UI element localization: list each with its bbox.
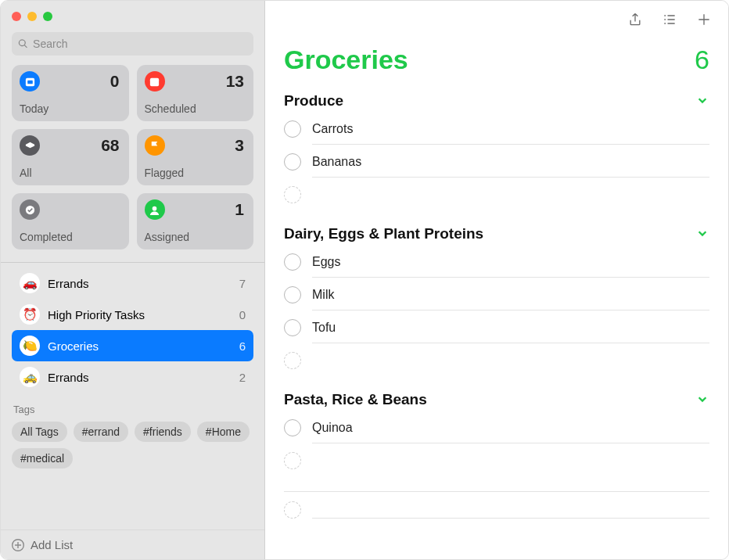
today-icon	[20, 71, 40, 92]
tags-container: All Tags#errand#friends#Home#medical	[12, 422, 253, 468]
smart-list-label: All	[20, 167, 120, 179]
reminder-title[interactable]: Quinoa	[312, 421, 709, 435]
new-reminder-circle-icon[interactable]	[284, 186, 301, 203]
reminder-complete-circle[interactable]	[284, 253, 301, 271]
new-reminder-row[interactable]	[284, 491, 709, 528]
svg-rect-1	[27, 80, 33, 84]
toolbar	[265, 1, 728, 38]
reminder-row[interactable]: Carrots	[284, 113, 709, 145]
tag-friends[interactable]: #friends	[135, 422, 191, 442]
tag-alltags[interactable]: All Tags	[12, 422, 67, 442]
list-count: 7	[239, 277, 246, 290]
smart-list-label: Assigned	[145, 231, 245, 243]
new-reminder-circle-icon[interactable]	[284, 501, 301, 519]
smart-list-label: Flagged	[145, 167, 245, 179]
flagged-icon	[145, 135, 165, 156]
section-0: ProduceCarrotsBananas	[284, 92, 709, 211]
list-icon: ⏰	[20, 304, 40, 325]
reminder-title[interactable]: Milk	[312, 288, 709, 302]
plus-circle-icon	[12, 539, 24, 551]
reminder-row[interactable]: Milk	[284, 278, 709, 311]
reminder-complete-circle[interactable]	[284, 419, 301, 436]
reminder-complete-circle[interactable]	[284, 319, 301, 336]
list-name: Groceries	[48, 339, 232, 353]
view-options-button[interactable]	[661, 11, 678, 28]
list-icon: 🚗	[20, 273, 40, 293]
plus-icon	[696, 12, 712, 27]
smart-lists-grid: 0Today13Scheduled68All3FlaggedCompleted1…	[12, 65, 253, 249]
sidebar-list-groceries-2[interactable]: 🍋Groceries6	[12, 330, 253, 361]
new-reminder-circle-icon[interactable]	[284, 352, 301, 369]
svg-rect-2	[150, 77, 159, 85]
section-title: Dairy, Eggs & Plant Proteins	[284, 225, 483, 242]
close-button[interactable]	[12, 12, 21, 21]
reminder-title[interactable]: Tofu	[312, 321, 709, 335]
smart-list-all[interactable]: 68All	[12, 129, 129, 185]
new-reminder-in-section[interactable]	[284, 444, 709, 477]
smart-list-count: 0	[110, 72, 120, 91]
new-reminder-circle-icon[interactable]	[284, 452, 301, 469]
sidebar-list-high-priority-tasks-1[interactable]: ⏰High Priority Tasks0	[12, 299, 253, 330]
section-collapse-button[interactable]	[697, 393, 709, 406]
smart-list-count: 1	[235, 200, 244, 219]
list-name: Errands	[48, 277, 232, 290]
add-list-button[interactable]: Add List	[1, 529, 264, 559]
smart-list-flagged[interactable]: 3Flagged	[137, 129, 254, 185]
tag-errand[interactable]: #errand	[74, 422, 128, 442]
smart-list-today[interactable]: 0Today	[12, 65, 129, 121]
section-collapse-button[interactable]	[697, 95, 709, 107]
reminder-row[interactable]: Eggs	[284, 246, 709, 278]
chevron-down-icon	[697, 95, 708, 106]
reminder-complete-circle[interactable]	[284, 120, 301, 138]
list-header: Groceries 6	[284, 45, 709, 75]
smart-list-assigned[interactable]: 1Assigned	[137, 193, 254, 249]
smart-list-count: 3	[235, 136, 244, 155]
all-icon	[20, 135, 40, 156]
reminder-title[interactable]: Eggs	[312, 255, 709, 269]
smart-list-label: Scheduled	[145, 102, 245, 115]
search-field[interactable]	[12, 32, 253, 56]
scheduled-icon	[145, 71, 165, 92]
smart-list-completed[interactable]: Completed	[12, 193, 129, 249]
user-lists: 🚗Errands7⏰High Priority Tasks0🍋Groceries…	[12, 267, 253, 393]
sidebar-list-errands-0[interactable]: 🚗Errands7	[12, 267, 253, 299]
list-count: 6	[695, 45, 709, 75]
list-name: Errands	[48, 371, 232, 384]
sidebar: 0Today13Scheduled68All3FlaggedCompleted1…	[1, 1, 265, 559]
reminder-row[interactable]: Quinoa	[284, 411, 709, 444]
section-1: Dairy, Eggs & Plant ProteinsEggsMilkTofu	[284, 225, 709, 377]
list-title: Groceries	[284, 45, 408, 75]
section-collapse-button[interactable]	[697, 228, 709, 240]
reminder-row[interactable]: Tofu	[284, 311, 709, 344]
tag-home[interactable]: #Home	[197, 422, 250, 442]
list-icon: 🚕	[20, 367, 40, 387]
list-name: High Priority Tasks	[48, 308, 232, 321]
chevron-down-icon	[697, 228, 708, 239]
window-chrome	[1, 1, 264, 32]
reminder-complete-circle[interactable]	[284, 286, 301, 303]
smart-list-count: 13	[226, 72, 244, 91]
tag-medical[interactable]: #medical	[12, 448, 73, 468]
share-button[interactable]	[627, 11, 644, 28]
new-reminder-button[interactable]	[695, 11, 713, 28]
assigned-icon	[145, 199, 165, 220]
search-input[interactable]	[33, 38, 247, 50]
section-title: Produce	[284, 92, 343, 109]
share-icon	[627, 12, 643, 27]
completed-icon	[20, 199, 40, 220]
new-reminder-in-section[interactable]	[284, 344, 709, 377]
list-icon	[662, 12, 677, 27]
new-reminder-in-section[interactable]	[284, 178, 709, 211]
minimize-button[interactable]	[27, 12, 37, 21]
maximize-button[interactable]	[43, 12, 52, 21]
smart-list-scheduled[interactable]: 13Scheduled	[137, 65, 254, 121]
reminder-complete-circle[interactable]	[284, 153, 301, 171]
section-2: Pasta, Rice & BeansQuinoa	[284, 391, 709, 477]
reminder-title[interactable]: Carrots	[312, 122, 709, 136]
tags-heading: Tags	[13, 404, 253, 415]
search-icon	[18, 38, 28, 49]
reminder-row[interactable]: Bananas	[284, 145, 709, 178]
reminder-title[interactable]: Bananas	[312, 155, 709, 169]
smart-list-label: Today	[20, 102, 120, 115]
sidebar-list-errands-3[interactable]: 🚕Errands2	[12, 361, 253, 393]
